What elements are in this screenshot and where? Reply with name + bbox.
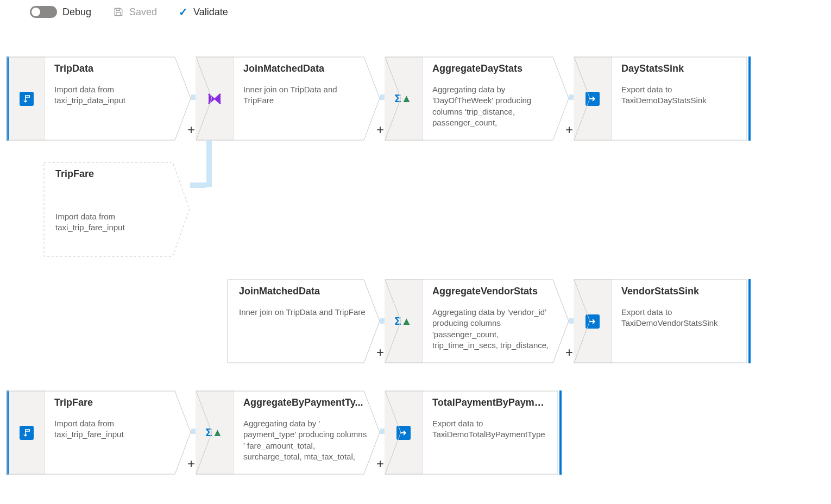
node-aggregate-by-payment-type[interactable]: Σ▲ AggregateByPaymentTy... Aggregating d… xyxy=(196,390,380,475)
node-desc: Import data from taxi_trip_fare_input xyxy=(55,211,179,234)
saved-indicator: Saved xyxy=(113,7,157,18)
node-tripfare-reference[interactable]: TripFare Import data from taxi_trip_fare… xyxy=(43,162,190,257)
validate-label: Validate xyxy=(193,7,228,18)
node-desc: Inner join on TripData and TripFare xyxy=(239,307,369,318)
node-desc: Import data from taxi_trip_data_input xyxy=(54,84,180,106)
node-title: JoinMatchedData xyxy=(243,63,369,74)
node-title: VendorStatsSink xyxy=(621,286,736,297)
node-title: DayStatsSink xyxy=(621,63,736,74)
node-icon-area xyxy=(196,56,234,141)
node-icon-area xyxy=(7,56,45,141)
node-desc: Export data to TaxiDemoTotalByPaymentTyp… xyxy=(432,418,547,440)
node-icon-area: Σ▲ xyxy=(385,56,423,141)
node-day-stats-sink[interactable]: DayStatsSink Export data to TaxiDemoDayS… xyxy=(574,56,747,141)
node-desc: Aggregating data by 'vendor_id' producin… xyxy=(432,307,558,351)
source-icon xyxy=(20,426,34,440)
node-aggregate-day-stats[interactable]: Σ▲ AggregateDayStats Aggregating data by… xyxy=(385,56,569,141)
check-icon: ✓ xyxy=(179,5,188,18)
node-join-matched-1[interactable]: JoinMatchedData Inner join on TripData a… xyxy=(196,56,380,141)
source-icon xyxy=(20,92,34,106)
join-icon xyxy=(207,92,222,106)
node-icon-area xyxy=(7,390,45,475)
node-total-payment-sink[interactable]: TotalPaymentByPaymen... Export data to T… xyxy=(385,390,558,475)
node-icon-area xyxy=(574,279,612,363)
toolbar: Debug Saved ✓ Validate xyxy=(0,0,831,24)
node-title: AggregateVendorStats xyxy=(432,286,558,297)
node-desc: Export data to TaxiDemoVendorStatsSink xyxy=(621,307,736,329)
aggregate-icon: Σ▲ xyxy=(396,92,411,106)
aggregate-icon: Σ▲ xyxy=(207,426,222,440)
save-icon xyxy=(113,7,124,17)
node-icon-area xyxy=(574,56,612,141)
sink-icon xyxy=(586,314,600,329)
node-vendor-stats-sink[interactable]: VendorStatsSink Export data to TaxiDemoV… xyxy=(574,279,747,363)
node-title: TotalPaymentByPaymen... xyxy=(432,397,547,408)
node-title: TripData xyxy=(54,63,180,74)
aggregate-icon: Σ▲ xyxy=(396,314,411,329)
node-title: AggregateByPaymentTy... xyxy=(243,397,369,408)
node-title: TripFare xyxy=(55,168,179,180)
node-title: JoinMatchedData xyxy=(239,286,369,297)
sink-icon xyxy=(396,426,411,440)
node-desc: Aggregating data by 'DayOfTheWeek' produ… xyxy=(432,84,558,128)
toggle-switch-icon[interactable] xyxy=(30,6,57,18)
node-desc: Inner join on TripData and TripFare xyxy=(243,84,369,106)
debug-label: Debug xyxy=(62,7,91,18)
sink-icon xyxy=(586,92,600,106)
node-title: TripFare xyxy=(54,397,180,408)
node-desc: Import data from taxi_trip_fare_input xyxy=(54,418,180,440)
node-aggregate-vendor-stats[interactable]: Σ▲ AggregateVendorStats Aggregating data… xyxy=(385,279,569,363)
node-join-matched-2[interactable]: JoinMatchedData Inner join on TripData a… xyxy=(227,279,380,363)
node-tripfare[interactable]: TripFare Import data from taxi_trip_fare… xyxy=(7,390,191,475)
debug-toggle[interactable]: Debug xyxy=(30,6,91,18)
node-desc: Export data to TaxiDemoDayStatsSink xyxy=(621,84,736,106)
node-title: AggregateDayStats xyxy=(432,63,558,74)
node-icon-area xyxy=(385,390,423,475)
node-icon-area: Σ▲ xyxy=(196,390,234,475)
node-tripdata[interactable]: TripData Import data from taxi_trip_data… xyxy=(7,56,191,141)
node-desc: Aggregating data by ' payment_type' prod… xyxy=(243,418,369,462)
validate-button[interactable]: ✓ Validate xyxy=(179,5,228,18)
node-icon-area: Σ▲ xyxy=(385,279,423,363)
svg-rect-1 xyxy=(116,12,121,16)
saved-label: Saved xyxy=(129,7,157,18)
svg-rect-0 xyxy=(116,8,120,10)
